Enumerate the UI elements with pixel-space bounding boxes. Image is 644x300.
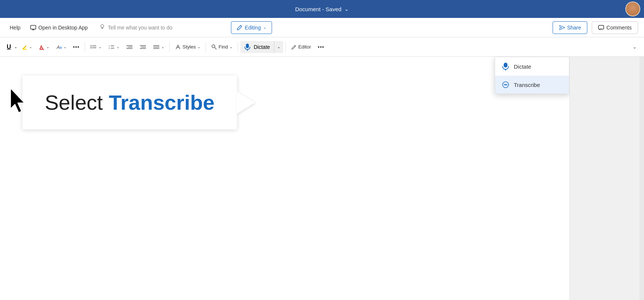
indent-left-button[interactable] (123, 42, 136, 52)
underline-button[interactable]: U (4, 42, 13, 52)
toolbar-divider-1 (85, 42, 85, 52)
svg-rect-29 (246, 44, 249, 48)
text-effect-chevron-icon: ⌄ (63, 45, 66, 49)
toolbar-divider-4 (238, 42, 238, 52)
align-button[interactable]: ⌄ (150, 42, 167, 52)
toolbar-expand-button[interactable]: ⌄ (630, 42, 640, 52)
numbering-button[interactable]: 1. 2. ⌄ (105, 42, 122, 52)
styles-label: Styles (182, 44, 196, 50)
svg-point-27 (212, 45, 215, 48)
expand-icon: ⌄ (633, 44, 637, 50)
avatar-face (626, 2, 640, 16)
svg-rect-0 (31, 25, 36, 29)
text-effect-icon: A (56, 44, 62, 50)
scroll-indicator[interactable] (640, 57, 644, 300)
dropdown-transcribe-item[interactable]: Transcribe (495, 76, 569, 94)
dictate-chevron-icon: ⌄ (277, 45, 280, 49)
title-bar: Document - Saved ⌄ (0, 0, 644, 18)
desktop-icon (30, 25, 36, 31)
numbering-chevron-icon: ⌄ (116, 45, 119, 49)
dictate-button[interactable]: Dictate (240, 41, 274, 53)
editor-label: Editor (298, 44, 311, 50)
font-color-chevron-icon: ⌄ (46, 45, 49, 49)
menu-bar: Help Open in Desktop App Tell me what yo… (0, 18, 644, 37)
find-button[interactable]: Find ⌄ (208, 42, 235, 52)
find-chevron-icon: ⌄ (229, 45, 232, 49)
dictate-mic-icon (244, 43, 251, 51)
search-box[interactable]: Tell me what you want to do (94, 21, 228, 34)
toolbar-divider-3 (206, 42, 206, 52)
font-color-icon: A (39, 44, 45, 50)
transcribe-word: Transcribe (109, 90, 215, 115)
svg-line-28 (215, 47, 216, 49)
title-chevron-icon[interactable]: ⌄ (344, 6, 349, 12)
search-placeholder: Tell me what you want to do (108, 25, 172, 31)
more-format-icon: ••• (73, 44, 80, 50)
svg-rect-4 (598, 25, 604, 29)
share-label: Share (567, 25, 581, 31)
find-icon (211, 44, 217, 50)
indent-right-button[interactable] (137, 42, 149, 52)
dictate-dropdown-button[interactable]: ⌄ (274, 41, 283, 53)
dropdown-panel: Dictate Transcribe (495, 57, 569, 94)
editor-button[interactable]: Editor (288, 42, 314, 52)
bullets-button[interactable]: ⌄ (87, 42, 104, 52)
styles-button[interactable]: Styles ⌄ (172, 42, 203, 52)
svg-text:A: A (56, 45, 60, 50)
pencil-icon (237, 25, 243, 31)
callout-text: Select Transcribe (45, 90, 215, 115)
title-bar-text: Document - Saved ⌄ (295, 6, 349, 12)
font-color-button[interactable]: A ⌄ (36, 42, 52, 52)
svg-point-10 (91, 45, 92, 46)
svg-point-9 (60, 47, 62, 49)
bullets-chevron-icon: ⌄ (99, 45, 101, 49)
main-content: Select Transcribe Dictate (0, 57, 644, 300)
svg-point-12 (91, 47, 92, 48)
svg-text:2.: 2. (109, 47, 110, 49)
editing-chevron-icon: ⌄ (263, 25, 266, 30)
svg-point-3 (101, 25, 104, 28)
dropdown-dictate-item[interactable]: Dictate (495, 57, 569, 76)
highlight-chevron-icon: ⌄ (29, 45, 32, 49)
callout-arrow (237, 91, 255, 114)
callout-container: Select Transcribe (22, 75, 237, 129)
underline-chevron-icon[interactable]: ⌄ (14, 45, 17, 49)
bullets-icon (90, 44, 97, 50)
svg-rect-5 (22, 49, 27, 50)
editing-label: Editing (245, 25, 261, 31)
align-icon (153, 44, 160, 50)
editor-icon (291, 44, 297, 50)
lightbulb-icon (99, 24, 106, 32)
more-toolbar-button[interactable]: ••• (315, 42, 328, 52)
highlight-color-button[interactable]: ⌄ (19, 42, 35, 52)
select-word: Select (45, 90, 103, 115)
dictate-group: Dictate ⌄ (240, 41, 283, 53)
find-label: Find (219, 44, 228, 50)
help-menu-item[interactable]: Help (6, 22, 24, 33)
more-format-button[interactable]: ••• (70, 42, 83, 52)
callout-box: Select Transcribe (22, 75, 237, 129)
share-icon (559, 25, 565, 31)
svg-rect-7 (40, 49, 44, 50)
editing-button[interactable]: Editing ⌄ (231, 21, 272, 34)
open-desktop-label: Open in Desktop App (38, 25, 88, 31)
styles-chevron-icon: ⌄ (197, 45, 200, 49)
toolbar-divider-2 (169, 42, 170, 52)
share-button[interactable]: Share (553, 21, 587, 34)
cursor-arrow (7, 87, 30, 116)
dropdown-dictate-label: Dictate (514, 63, 531, 70)
styles-icon (175, 44, 181, 50)
toolbar-divider-5 (285, 42, 286, 52)
comments-label: Comments (606, 25, 632, 31)
document-area: Select Transcribe Dictate (0, 57, 569, 300)
indent-left-icon (126, 44, 133, 50)
text-effect-button[interactable]: A ⌄ (53, 42, 69, 52)
highlight-icon (22, 44, 28, 50)
dropdown-transcribe-icon (502, 81, 509, 88)
comments-button[interactable]: Comments (592, 21, 638, 34)
avatar[interactable] (625, 1, 640, 16)
side-panel (569, 57, 644, 300)
svg-rect-31 (504, 63, 507, 68)
open-desktop-button[interactable]: Open in Desktop App (26, 22, 92, 33)
document-title: Document - Saved (295, 6, 341, 12)
